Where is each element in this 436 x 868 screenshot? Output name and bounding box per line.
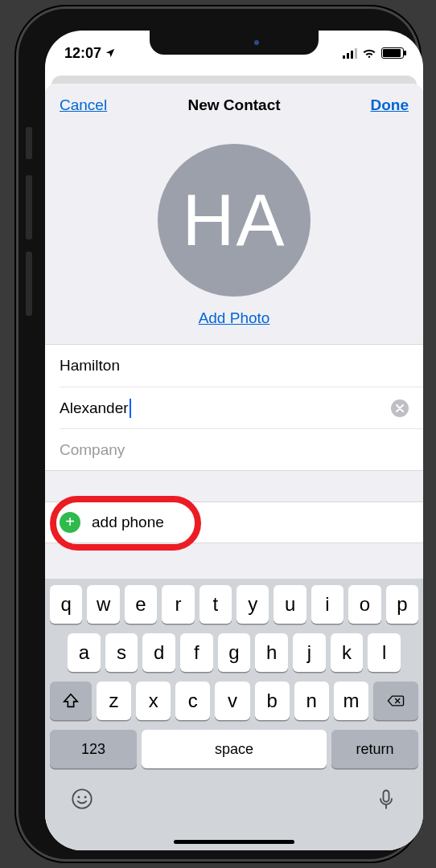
- return-key[interactable]: return: [331, 730, 418, 768]
- shift-icon: [62, 692, 80, 710]
- company-input[interactable]: [60, 441, 409, 459]
- emoji-key[interactable]: [71, 788, 93, 810]
- key-x[interactable]: x: [136, 682, 171, 720]
- last-name-row[interactable]: Alexander: [60, 387, 423, 428]
- volume-up-button: [26, 175, 32, 240]
- keyboard-footer: [50, 778, 418, 831]
- mute-switch: [26, 127, 32, 159]
- location-icon: [105, 47, 116, 59]
- svg-point-2: [84, 796, 87, 798]
- notch: [150, 31, 319, 55]
- key-c[interactable]: c: [175, 682, 210, 720]
- key-g[interactable]: g: [218, 633, 251, 672]
- key-p[interactable]: p: [386, 585, 418, 624]
- first-name-input[interactable]: [60, 357, 409, 375]
- key-o[interactable]: o: [348, 585, 380, 624]
- key-a[interactable]: a: [68, 633, 101, 672]
- home-indicator[interactable]: [174, 840, 294, 844]
- key-e[interactable]: e: [125, 585, 157, 624]
- key-t[interactable]: t: [199, 585, 232, 624]
- phone-frame: 12:07 Cancel New Contact Done HA: [16, 6, 420, 862]
- keyboard: q w e r t y u i o p a s d f g h: [45, 579, 423, 850]
- key-w[interactable]: w: [87, 585, 119, 624]
- screen: 12:07 Cancel New Contact Done HA: [45, 31, 423, 850]
- delete-key[interactable]: [373, 682, 418, 720]
- key-b[interactable]: b: [255, 682, 290, 720]
- key-s[interactable]: s: [105, 633, 138, 672]
- key-r[interactable]: r: [162, 585, 194, 624]
- key-h[interactable]: h: [255, 633, 288, 672]
- key-f[interactable]: f: [180, 633, 213, 672]
- keyboard-row-3: z x c v b n m: [50, 682, 418, 720]
- volume-down-button: [26, 252, 32, 316]
- add-phone-label: add phone: [92, 514, 164, 531]
- wifi-icon: [362, 47, 376, 59]
- key-y[interactable]: y: [237, 585, 269, 624]
- text-cursor: [130, 399, 131, 418]
- last-name-input[interactable]: Alexander: [60, 399, 129, 417]
- key-j[interactable]: j: [293, 633, 326, 672]
- new-contact-sheet: Cancel New Contact Done HA Add Photo Ale…: [45, 84, 423, 850]
- shift-key[interactable]: [50, 682, 92, 720]
- add-icon: +: [60, 512, 80, 533]
- space-key[interactable]: space: [142, 730, 327, 768]
- status-time: 12:07: [64, 45, 101, 62]
- add-photo-button[interactable]: Add Photo: [199, 309, 270, 327]
- key-v[interactable]: v: [215, 682, 249, 720]
- clear-text-button[interactable]: [391, 399, 409, 417]
- dictation-key[interactable]: [375, 788, 397, 810]
- cellular-icon: [343, 47, 357, 59]
- keyboard-row-2: a s d f g h j k l: [50, 633, 418, 672]
- numbers-key[interactable]: 123: [50, 730, 137, 768]
- name-fields-group: Alexander: [45, 344, 423, 471]
- key-d[interactable]: d: [142, 633, 175, 672]
- battery-icon: [381, 47, 404, 59]
- keyboard-row-1: q w e r t y u i o p: [50, 585, 418, 624]
- keyboard-row-4: 123 space return: [50, 730, 418, 768]
- key-k[interactable]: k: [331, 633, 364, 672]
- key-m[interactable]: m: [334, 682, 368, 720]
- close-icon: [396, 404, 404, 412]
- key-u[interactable]: u: [274, 585, 306, 624]
- key-i[interactable]: i: [311, 585, 343, 624]
- avatar-initials: HA: [182, 179, 286, 262]
- backspace-icon: [387, 692, 405, 710]
- key-z[interactable]: z: [97, 682, 131, 720]
- done-button[interactable]: Done: [371, 96, 409, 114]
- first-name-row[interactable]: [45, 345, 423, 387]
- key-l[interactable]: l: [368, 633, 401, 672]
- svg-point-0: [72, 789, 91, 808]
- key-q[interactable]: q: [50, 585, 82, 624]
- key-n[interactable]: n: [294, 682, 329, 720]
- svg-rect-3: [384, 791, 389, 802]
- nav-bar: Cancel New Contact Done: [45, 84, 423, 127]
- company-row[interactable]: [60, 428, 423, 470]
- add-phone-row[interactable]: + add phone: [45, 502, 423, 543]
- avatar[interactable]: HA: [158, 144, 311, 297]
- svg-point-1: [77, 796, 80, 798]
- photo-section: HA Add Photo: [45, 127, 423, 344]
- cancel-button[interactable]: Cancel: [60, 96, 107, 114]
